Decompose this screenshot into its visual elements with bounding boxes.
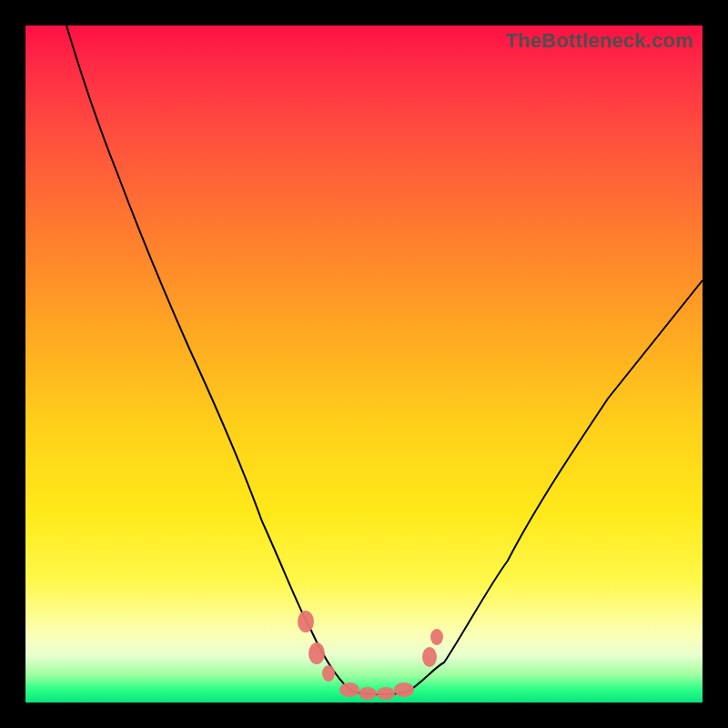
data-point	[322, 665, 335, 682]
data-point	[377, 687, 395, 700]
data-point	[430, 629, 443, 645]
plot-area: TheBottleneck.com	[25, 25, 703, 703]
data-point	[298, 611, 314, 632]
data-point	[422, 647, 437, 667]
data-point	[308, 642, 325, 664]
right-curve	[408, 280, 703, 692]
left-curve	[66, 25, 353, 692]
data-point	[339, 682, 359, 697]
data-point	[394, 682, 414, 697]
chart-frame: TheBottleneck.com	[0, 0, 728, 728]
data-point	[359, 687, 377, 700]
data-points	[298, 611, 443, 700]
curves-svg	[25, 25, 703, 703]
